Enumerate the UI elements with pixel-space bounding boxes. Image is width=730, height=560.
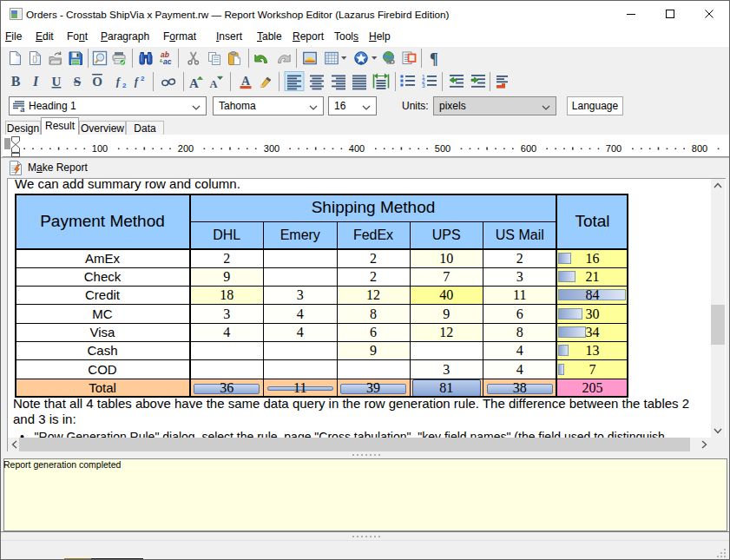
svg-text:A: A xyxy=(241,75,251,88)
svg-text:{): {) xyxy=(32,55,37,63)
svg-text:A: A xyxy=(209,78,217,90)
svg-text:2: 2 xyxy=(141,75,145,82)
svg-text:ac: ac xyxy=(163,57,172,66)
svg-text:f: f xyxy=(135,75,140,88)
svg-text:f: f xyxy=(116,75,122,88)
svg-text:I: I xyxy=(32,74,39,89)
svg-text:S: S xyxy=(74,75,81,89)
svg-text:A: A xyxy=(189,76,199,90)
svg-text:3: 3 xyxy=(422,82,425,89)
svg-text:2: 2 xyxy=(122,82,127,89)
svg-text:B: B xyxy=(11,74,21,89)
svg-text:¶: ¶ xyxy=(430,50,438,68)
svg-text:O: O xyxy=(92,75,102,89)
svg-text:a: a xyxy=(20,103,25,113)
svg-text:U: U xyxy=(52,75,62,89)
